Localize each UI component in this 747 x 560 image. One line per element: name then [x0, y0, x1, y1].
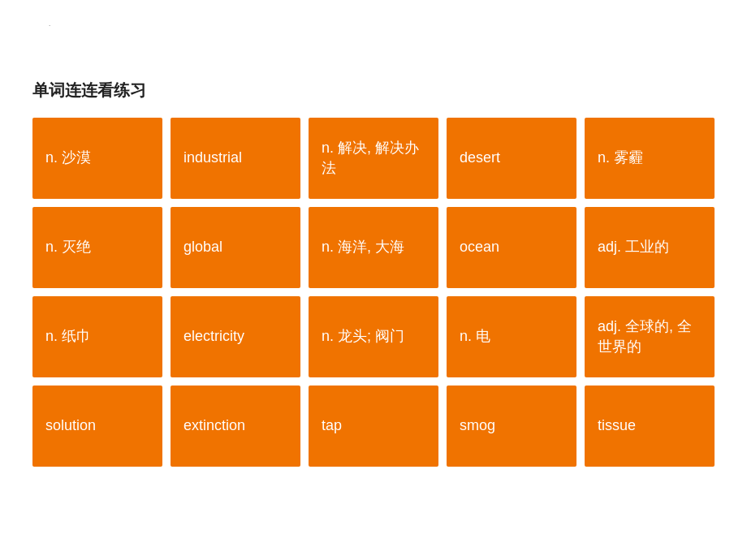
- card-3[interactable]: n. 解决, 解决办法: [309, 118, 438, 199]
- card-16[interactable]: solution: [32, 386, 162, 467]
- card-15[interactable]: adj. 全球的, 全世界的: [585, 296, 715, 377]
- card-14[interactable]: n. 电: [447, 296, 576, 377]
- card-20[interactable]: tissue: [585, 386, 715, 467]
- card-7[interactable]: global: [171, 207, 300, 288]
- dot: ·: [49, 22, 50, 29]
- card-1[interactable]: n. 沙漠: [32, 118, 162, 199]
- card-17[interactable]: extinction: [171, 386, 300, 467]
- card-13[interactable]: n. 龙头; 阀门: [309, 296, 438, 377]
- card-9[interactable]: ocean: [447, 207, 576, 288]
- card-12[interactable]: electricity: [171, 296, 300, 377]
- page-title: 单词连连看练习: [32, 80, 715, 101]
- card-5[interactable]: n. 雾霾: [585, 118, 715, 199]
- card-6[interactable]: n. 灭绝: [32, 207, 162, 288]
- card-4[interactable]: desert: [447, 118, 576, 199]
- card-8[interactable]: n. 海洋, 大海: [309, 207, 438, 288]
- card-19[interactable]: smog: [447, 386, 576, 467]
- card-10[interactable]: adj. 工业的: [585, 207, 715, 288]
- card-2[interactable]: industrial: [171, 118, 300, 199]
- cards-grid: n. 沙漠industrialn. 解决, 解决办法desertn. 雾霾n. …: [32, 118, 715, 467]
- card-11[interactable]: n. 纸巾: [32, 296, 162, 377]
- card-18[interactable]: tap: [309, 386, 438, 467]
